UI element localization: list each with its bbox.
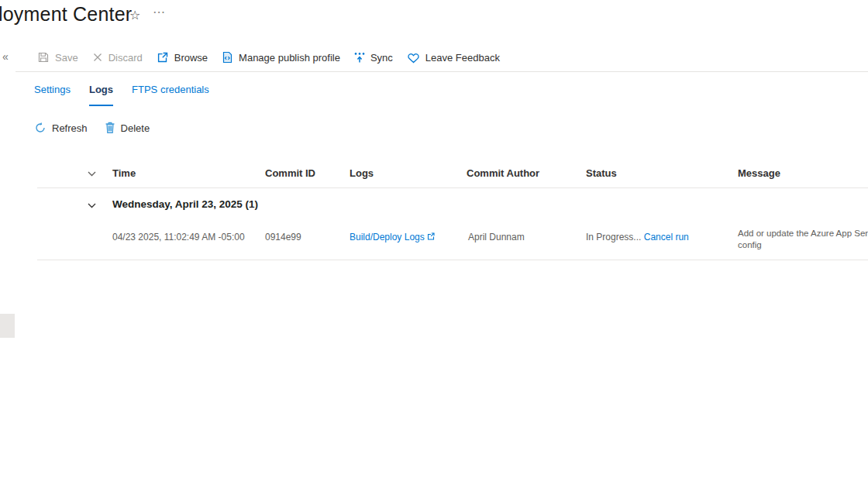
sync-icon xyxy=(354,52,365,64)
logs-command-bar: Refresh Delete xyxy=(34,122,150,134)
pivot-tabs: Settings Logs FTPS credentials xyxy=(34,84,209,106)
sync-button[interactable]: Sync xyxy=(354,52,393,64)
refresh-icon xyxy=(34,122,46,134)
manage-publish-profile-button[interactable]: Manage publish profile xyxy=(222,51,340,64)
cell-status: In Progress... Cancel run xyxy=(586,232,689,242)
external-link-icon xyxy=(427,232,435,242)
browse-label: Browse xyxy=(174,52,208,64)
header-chevron-down-icon[interactable] xyxy=(87,168,97,182)
tab-settings[interactable]: Settings xyxy=(34,84,71,106)
column-header-commit-author[interactable]: Commit Author xyxy=(467,167,539,179)
leave-feedback-button[interactable]: Leave Feedback xyxy=(407,52,500,64)
save-icon xyxy=(37,51,50,64)
publish-profile-file-icon xyxy=(222,51,233,64)
column-header-time[interactable]: Time xyxy=(112,167,136,179)
command-toolbar: Save Discard Browse Manage publish profi… xyxy=(37,47,500,67)
group-chevron-down-icon[interactable] xyxy=(87,200,97,214)
refresh-button[interactable]: Refresh xyxy=(34,122,88,134)
discard-label: Discard xyxy=(108,52,143,64)
toolbar-divider xyxy=(16,71,868,72)
deployment-log-row[interactable]: 04/23 2025, 11:02:49 AM -05:00 0914e99 B… xyxy=(0,224,868,260)
cancel-run-link[interactable]: Cancel run xyxy=(644,232,689,242)
deployment-logs-table: Time Commit ID Logs Commit Author Status… xyxy=(0,160,868,260)
browse-button[interactable]: Browse xyxy=(157,51,208,64)
manage-publish-profile-label: Manage publish profile xyxy=(239,52,340,64)
favorite-star-icon[interactable]: ☆ xyxy=(129,8,140,22)
discard-x-icon xyxy=(92,52,103,63)
row-divider xyxy=(37,260,868,260)
save-label: Save xyxy=(55,52,78,64)
external-open-icon xyxy=(157,51,169,64)
column-header-commit-id[interactable]: Commit ID xyxy=(265,167,315,179)
cell-message: Add or update the Azure App Service conf… xyxy=(738,228,868,251)
delete-label: Delete xyxy=(121,122,150,134)
cell-commit-author: April Dunnam xyxy=(468,232,525,242)
save-button[interactable]: Save xyxy=(37,51,78,64)
column-header-status[interactable]: Status xyxy=(586,167,617,179)
column-header-message[interactable]: Message xyxy=(738,167,780,179)
build-deploy-logs-link[interactable]: Build/Deploy Logs xyxy=(350,232,435,242)
cell-commit-id: 0914e99 xyxy=(265,232,301,242)
left-edge-panel-fragment xyxy=(0,314,15,338)
message-line-2: config xyxy=(738,239,868,251)
leave-feedback-label: Leave Feedback xyxy=(425,52,500,64)
table-header-row: Time Commit ID Logs Commit Author Status… xyxy=(0,160,868,188)
message-line-1: Add or update the Azure App Service xyxy=(738,228,868,239)
date-group-label: Wednesday, April 23, 2025 (1) xyxy=(112,198,258,210)
tab-ftps-credentials[interactable]: FTPS credentials xyxy=(132,84,209,106)
delete-button[interactable]: Delete xyxy=(105,122,150,134)
heart-icon xyxy=(407,52,420,64)
discard-button[interactable]: Discard xyxy=(92,52,143,64)
tab-logs[interactable]: Logs xyxy=(89,84,113,106)
column-header-logs[interactable]: Logs xyxy=(350,167,374,179)
date-group-row[interactable]: Wednesday, April 23, 2025 (1) xyxy=(0,188,868,224)
collapse-menu-button[interactable]: « xyxy=(2,50,9,63)
build-deploy-logs-label: Build/Deploy Logs xyxy=(350,232,425,242)
status-text: In Progress... xyxy=(586,232,641,242)
sync-label: Sync xyxy=(370,52,393,64)
refresh-label: Refresh xyxy=(52,122,88,134)
cell-time: 04/23 2025, 11:02:49 AM -05:00 xyxy=(112,232,245,242)
more-options-icon[interactable]: ⋯ xyxy=(153,5,167,19)
page-title: loyment Center xyxy=(0,3,132,26)
trash-icon xyxy=(105,122,115,134)
cell-logs: Build/Deploy Logs xyxy=(350,232,435,242)
